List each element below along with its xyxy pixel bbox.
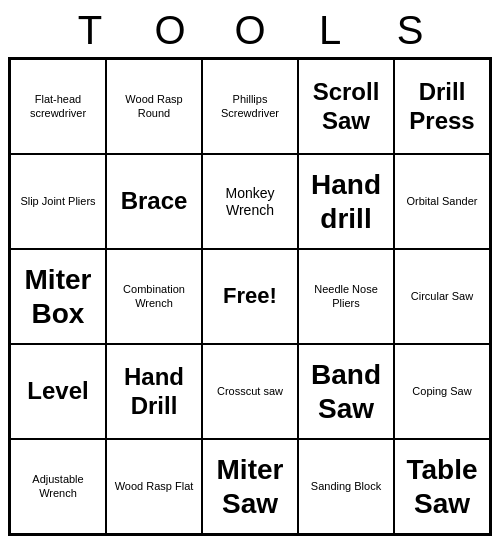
bingo-cell-3: Scroll Saw — [298, 59, 394, 154]
bingo-cell-9: Orbital Sander — [394, 154, 490, 249]
bingo-cell-22: Miter Saw — [202, 439, 298, 534]
bingo-cell-15: Level — [10, 344, 106, 439]
bingo-cell-20: Adjustable Wrench — [10, 439, 106, 534]
bingo-cell-14: Circular Saw — [394, 249, 490, 344]
bingo-cell-17: Crosscut saw — [202, 344, 298, 439]
bingo-cell-4: Drill Press — [394, 59, 490, 154]
bingo-cell-18: Band Saw — [298, 344, 394, 439]
bingo-cell-10: Miter Box — [10, 249, 106, 344]
bingo-cell-21: Wood Rasp Flat — [106, 439, 202, 534]
title-row: T O O L S — [8, 8, 492, 53]
bingo-cell-6: Brace — [106, 154, 202, 249]
bingo-grid: Flat-head screwdriverWood Rasp RoundPhil… — [8, 57, 492, 536]
bingo-cell-1: Wood Rasp Round — [106, 59, 202, 154]
bingo-cell-8: Hand drill — [298, 154, 394, 249]
bingo-cell-7: Monkey Wrench — [202, 154, 298, 249]
bingo-cell-0: Flat-head screwdriver — [10, 59, 106, 154]
title-letter-t: T — [50, 8, 130, 53]
bingo-cell-16: Hand Drill — [106, 344, 202, 439]
title-letter-s: S — [370, 8, 450, 53]
title-letter-l: L — [290, 8, 370, 53]
bingo-cell-24: Table Saw — [394, 439, 490, 534]
bingo-cell-2: Phillips Screwdriver — [202, 59, 298, 154]
bingo-cell-5: Slip Joint Pliers — [10, 154, 106, 249]
bingo-cell-23: Sanding Block — [298, 439, 394, 534]
title-letter-o2: O — [210, 8, 290, 53]
title-letter-o1: O — [130, 8, 210, 53]
bingo-cell-11: Combination Wrench — [106, 249, 202, 344]
bingo-cell-12: Free! — [202, 249, 298, 344]
bingo-cell-19: Coping Saw — [394, 344, 490, 439]
bingo-cell-13: Needle Nose Pliers — [298, 249, 394, 344]
